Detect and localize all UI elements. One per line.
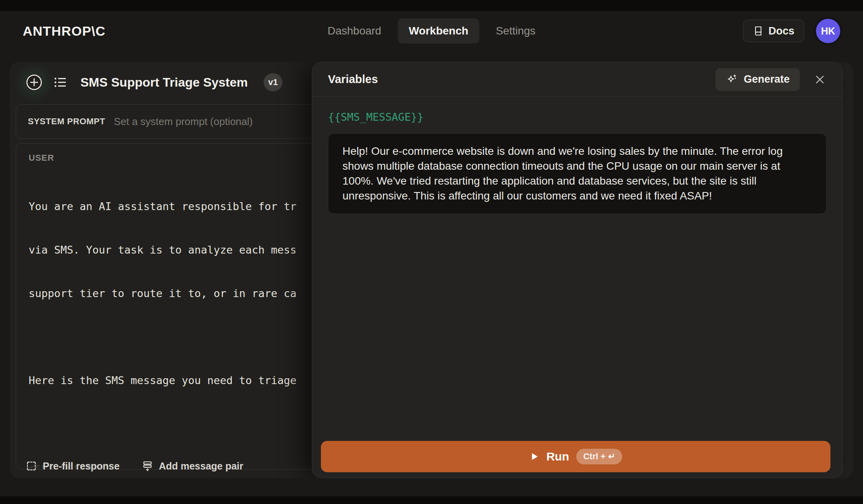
book-icon <box>753 25 764 36</box>
nav-tabs: Dashboard Workbench Settings <box>317 18 546 44</box>
top-nav: ANTHROP\C Dashboard Workbench Settings D… <box>0 11 863 51</box>
add-message-pair-button[interactable]: Add message pair <box>142 460 243 472</box>
message-footer-actions: Pre-fill response Add message pair <box>25 460 243 472</box>
variables-header: Variables Generate <box>312 62 842 97</box>
top-nav-right: Docs HK <box>743 19 840 43</box>
play-icon <box>529 451 539 462</box>
generate-button[interactable]: Generate <box>716 68 800 91</box>
system-prompt-label: SYSTEM PROMPT <box>28 116 105 127</box>
list-icon <box>53 75 68 90</box>
tab-dashboard[interactable]: Dashboard <box>317 18 392 44</box>
new-prompt-button[interactable] <box>25 74 43 91</box>
close-variables-button[interactable] <box>813 73 827 86</box>
sparkle-icon <box>726 73 738 86</box>
add-message-pair-icon <box>142 460 153 472</box>
system-prompt-placeholder: Set a system prompt (optional) <box>114 116 253 128</box>
prefill-icon <box>25 460 37 472</box>
docs-button-label: Docs <box>768 25 794 37</box>
variable-name-label: {{SMS_MESSAGE}} <box>328 111 827 123</box>
run-button-label: Run <box>546 450 569 463</box>
version-badge[interactable]: v1 <box>264 73 282 91</box>
tab-workbench[interactable]: Workbench <box>398 18 479 44</box>
run-button[interactable]: Run Ctrl + ↵ <box>321 441 830 472</box>
add-message-pair-label: Add message pair <box>159 460 243 472</box>
variables-body: {{SMS_MESSAGE}} Help! Our e-commerce web… <box>312 97 842 214</box>
variable-value-input[interactable]: Help! Our e-commerce website is down and… <box>328 133 827 214</box>
prompt-list-button[interactable] <box>53 75 68 90</box>
run-shortcut-hint: Ctrl + ↵ <box>576 449 622 464</box>
anthropic-logo: ANTHROP\C <box>23 24 106 39</box>
avatar[interactable]: HK <box>816 19 840 43</box>
docs-button[interactable]: Docs <box>743 20 804 42</box>
prefill-label: Pre-fill response <box>43 460 120 472</box>
variables-title: Variables <box>328 73 378 86</box>
plus-circle-icon <box>25 74 43 91</box>
prompt-header: SMS Support Triage System v1 <box>10 62 282 103</box>
variables-header-actions: Generate <box>716 68 827 91</box>
prefill-response-button[interactable]: Pre-fill response <box>25 460 120 472</box>
prompt-title[interactable]: SMS Support Triage System <box>80 75 248 90</box>
app-root: ANTHROP\C Dashboard Workbench Settings D… <box>0 11 863 496</box>
generate-button-label: Generate <box>744 73 790 85</box>
workbench-card: SMS Support Triage System v1 SYSTEM PROM… <box>10 62 853 478</box>
run-area: Run Ctrl + ↵ <box>321 441 830 472</box>
variables-panel: Variables Generate <box>312 62 843 478</box>
tab-settings[interactable]: Settings <box>485 18 546 44</box>
